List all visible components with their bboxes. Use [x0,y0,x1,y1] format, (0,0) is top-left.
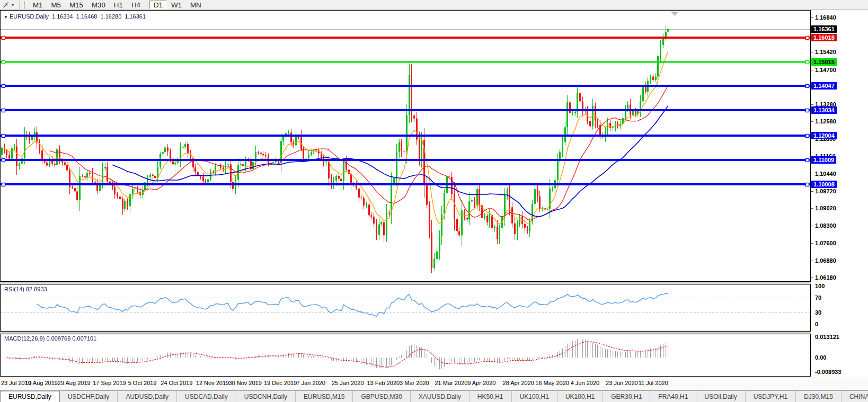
chart-symbol: EURUSD,Daily [10,13,49,20]
chart-tab-usdcnh-daily[interactable]: USDCNH,Daily [236,391,296,402]
toolbar-separator [147,1,147,9]
rsi-scale-tick: 30 [815,309,821,316]
main-chart-canvas[interactable] [0,10,811,282]
hline-price-badge: 1.10008 [811,181,837,188]
price-tick: 1.12580 [815,118,836,125]
chart-tab-eurusd-daily[interactable]: EURUSD,Daily [0,391,60,402]
price-tick: 1.07600 [815,240,836,247]
chart-tab-eurusd-m15[interactable]: EURUSD,M15 [296,391,353,402]
date-label: 11 Jul 2020 [639,380,668,386]
timeframe-button-m1[interactable]: M1 [29,1,47,9]
price-tick: 1.06180 [815,274,836,281]
timeframe-button-d1[interactable]: D1 [149,1,167,9]
rsi-panel-canvas[interactable] [0,284,811,332]
macd-panel-canvas[interactable] [0,334,811,377]
chart-tab-gbpusd-m30[interactable]: GBPUSD,M30 [353,391,410,402]
date-label: 21 Mar 2020 [435,380,467,386]
hline-price-badge: 1.15015 [811,58,837,66]
date-label: 12 Nov 2019 [196,380,229,386]
toolbar-separator [208,1,208,9]
macd-scale-tick: 0.00 [815,354,826,361]
chart-tab-audusd-daily[interactable]: AUDUSD,Daily [118,391,177,402]
rsi-scale-tick: 0 [815,321,818,328]
timeframe-button-h4[interactable]: H4 [127,1,145,9]
hline-price-badge: 1.11009 [811,156,836,164]
timeframe-toolbar: ▼ M1M5M15M30H1H4D1W1MN [0,0,868,10]
timeframe-buttons: M1M5M15M30H1H4D1W1MN [29,1,210,9]
chart-tab-usdchf-daily[interactable]: USDCHF,Daily [60,391,118,402]
date-label: 19 Dec 2019 [264,380,297,386]
chart-shift-marker[interactable] [671,12,678,16]
symbol-dropdown-icon[interactable]: ▼ [4,15,8,20]
macd-label: MACD(12,26,9) 0.009768 0.007101 [4,335,96,342]
tool-dropdown-caret[interactable]: ▼ [11,3,15,7]
chart-tab-dj30-m15[interactable]: DJ30,M15 [796,391,842,402]
price-tick: 1.14700 [815,67,836,74]
date-label: 17 Sep 2019 [93,380,126,386]
price-axis[interactable]: 1.168401.154201.147001.132801.125801.118… [811,10,868,377]
price-low: 1.16280 [100,13,121,20]
price-tick: 1.06880 [815,257,836,264]
timeframe-button-m30[interactable]: M30 [87,1,110,9]
date-label: 23 Jun 2020 [606,380,638,386]
macd-scale-tick: 0.013121 [815,334,839,341]
chart-tab-bar: EURUSD,DailyUSDCHF,DailyAUDUSD,DailyUSDC… [0,390,868,402]
date-label: 29 Aug 2019 [58,380,91,386]
rsi-scale-tick: 100 [815,283,825,290]
price-tick: 1.09720 [815,188,836,195]
macd-scale-tick: -0.008933 [815,369,842,376]
date-label: 10 Aug 2019 [25,380,58,386]
timeframe-button-m5[interactable]: M5 [47,1,65,9]
toolbar-grip[interactable] [24,2,26,8]
timeframe-button-h1[interactable]: H1 [110,1,127,9]
price-open: 1.16334 [52,13,73,20]
date-label: 25 Jan 2020 [332,380,364,386]
date-label: 7 Jan 2020 [297,380,325,386]
date-axis[interactable]: 23 Jul 201910 Aug 201929 Aug 201917 Sep … [0,377,868,390]
current-price-badge: 1.16361 [811,25,837,33]
chart-tab-xauusd-daily[interactable]: XAUUSD,Daily [411,391,470,402]
rsi-scale-tick: 70 [815,294,821,301]
drawing-tool-icon[interactable] [2,1,10,8]
hline-price-badge: 1.16018 [811,34,837,41]
chart-title: ▼ EURUSD,Daily1.163341.164681.162801.163… [4,13,146,20]
timeframe-button-w1[interactable]: W1 [167,1,186,9]
date-label: 5 Oct 2019 [128,380,157,386]
toolbar-separator [19,1,20,9]
chart-tab-fra40-h1[interactable]: FRA40,H1 [650,391,696,402]
chart-tab-uk100-h1[interactable]: UK100,H1 [557,391,603,402]
chart-tab-hk50-h1[interactable]: HK50,H1 [470,391,512,402]
price-tick: 1.08300 [815,222,836,229]
price-tick: 1.09020 [815,205,836,212]
tabs-container: EURUSD,DailyUSDCHF,DailyAUDUSD,DailyUSDC… [0,391,868,402]
date-label: 9 Apr 2020 [467,380,495,386]
date-label: 3 Mar 2020 [400,380,429,386]
price-tick: 1.10440 [815,171,836,177]
rsi-label: RSI(14) 82.8933 [4,286,47,292]
timeframe-button-m15[interactable]: M15 [65,1,87,9]
date-label: 30 Nov 2019 [228,380,261,386]
hline-price-badge: 1.12004 [811,132,837,139]
price-tick: 1.16840 [815,14,836,21]
chart-tab-ger30-h1[interactable]: GER30,H1 [603,391,650,402]
date-label: 28 Apr 2020 [503,380,534,386]
chart-tab-usdjpy-h1[interactable]: USDJPY,H1 [746,391,796,402]
hline-price-badge: 1.14047 [811,82,837,90]
price-high: 1.16468 [76,13,98,20]
price-close: 1.16361 [125,13,146,20]
chart-tab-usdcad-daily[interactable]: USDCAD,Daily [177,391,236,402]
date-label: 24 Oct 2019 [161,380,192,386]
date-label: 4 Jun 2020 [571,380,599,386]
timeframe-button-mn[interactable]: MN [186,1,206,9]
chart-tab-china300-h4[interactable]: CHINA300,H4 [842,391,868,402]
price-tick: 1.15420 [815,49,836,56]
date-label: 13 Feb 2020 [367,380,400,386]
chart-tab-usoil-daily[interactable]: USOil,Daily [696,391,745,402]
date-label: 16 May 2020 [535,380,569,386]
chart-tab-uk100-h1[interactable]: UK100,H1 [512,391,557,402]
hline-price-badge: 1.13034 [811,106,837,114]
